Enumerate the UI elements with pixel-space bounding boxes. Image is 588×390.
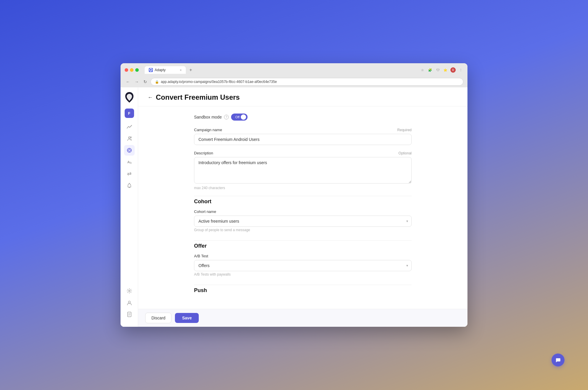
profile-icon[interactable]: R bbox=[450, 67, 456, 73]
maximize-window-button[interactable] bbox=[135, 68, 139, 72]
browser-icons: ☆ 🧩 🛡 ⭐ R ⋮ bbox=[420, 67, 463, 73]
forward-nav-button[interactable]: → bbox=[133, 79, 140, 85]
cohort-name-label: Cohort name bbox=[194, 209, 216, 214]
campaign-name-label: Campaign name bbox=[194, 128, 222, 132]
push-section: Push bbox=[194, 285, 412, 294]
address-bar-row: ← → ↻ 🔒 app.adapty.io/promo-campaigns/0e… bbox=[125, 76, 463, 87]
campaign-name-field: Campaign name Required bbox=[194, 128, 412, 145]
puzzle-icon[interactable]: ⭐ bbox=[443, 67, 448, 73]
cohort-name-field: Cohort name Active freemium users All us… bbox=[194, 209, 412, 232]
sidebar-item-analytics[interactable] bbox=[124, 121, 135, 132]
page-footer: Discard Save bbox=[138, 309, 467, 327]
sidebar-item-integrations[interactable] bbox=[124, 169, 135, 179]
app-body: F bbox=[121, 87, 467, 327]
description-max-hint: max 240 characters bbox=[194, 186, 412, 190]
browser-titlebar: Adapty × + ☆ 🧩 🛡 ⭐ R ⋮ ← → ↻ 🔒 app.adapt… bbox=[121, 63, 467, 87]
close-window-button[interactable] bbox=[125, 68, 128, 72]
sidebar-logo bbox=[124, 92, 135, 103]
address-bar[interactable]: 🔒 app.adapty.io/promo-campaigns/0ea1057b… bbox=[151, 78, 463, 86]
ab-test-label: A/B Test bbox=[194, 254, 208, 258]
refresh-nav-button[interactable]: ↻ bbox=[142, 79, 148, 85]
cohort-hint: Group of people to send a message bbox=[194, 228, 412, 232]
cohort-section-title: Cohort bbox=[194, 196, 412, 205]
toggle-knob bbox=[241, 114, 246, 120]
tab-close-button[interactable]: × bbox=[180, 68, 182, 72]
campaign-name-required: Required bbox=[397, 128, 412, 132]
main-content: ← Convert Freemium Users Sandbox mode ? … bbox=[138, 87, 467, 327]
tab-bar: Adapty × + bbox=[145, 66, 415, 74]
svg-text:B: B bbox=[130, 161, 132, 164]
address-url: app.adapty.io/promo-campaigns/0ea1057b-f… bbox=[161, 80, 277, 84]
svg-point-3 bbox=[128, 149, 130, 151]
sidebar-item-push[interactable] bbox=[124, 180, 135, 191]
page-title: Convert Freemium Users bbox=[156, 93, 240, 101]
sandbox-label: Sandbox mode bbox=[194, 115, 222, 119]
description-field: Description Optional max 240 characters bbox=[194, 151, 412, 190]
offer-section: Offer A/B Test Offers Paywalls None ▾ bbox=[194, 240, 412, 276]
ab-test-hint: A/B Tests with paywalls bbox=[194, 272, 412, 276]
campaign-name-input[interactable] bbox=[194, 134, 412, 145]
sidebar-item-audience[interactable] bbox=[124, 133, 135, 144]
new-tab-button[interactable]: + bbox=[188, 66, 194, 74]
svg-point-12 bbox=[128, 290, 130, 292]
sandbox-toggle-label: Off bbox=[235, 115, 239, 119]
description-label: Description bbox=[194, 151, 213, 155]
push-section-title: Push bbox=[194, 285, 412, 294]
menu-icon[interactable]: ⋮ bbox=[458, 67, 463, 73]
sidebar-item-settings[interactable] bbox=[124, 286, 135, 296]
discard-button[interactable]: Discard bbox=[145, 313, 171, 323]
extension-icon[interactable]: 🧩 bbox=[427, 67, 433, 73]
lock-icon: 🔒 bbox=[155, 80, 159, 84]
description-optional: Optional bbox=[398, 151, 412, 155]
sidebar-item-docs[interactable] bbox=[124, 309, 135, 320]
tab-favicon bbox=[149, 68, 153, 72]
page-header: ← Convert Freemium Users bbox=[138, 87, 467, 106]
description-header: Description Optional bbox=[194, 151, 412, 155]
browser-controls: Adapty × + ☆ 🧩 🛡 ⭐ R ⋮ bbox=[125, 66, 463, 74]
minimize-window-button[interactable] bbox=[130, 68, 133, 72]
active-tab[interactable]: Adapty × bbox=[145, 66, 186, 74]
bookmark-icon[interactable]: ☆ bbox=[420, 67, 425, 73]
cohort-select-wrapper: Active freemium users All users Paid use… bbox=[194, 216, 412, 227]
save-button[interactable]: Save bbox=[175, 313, 199, 323]
ab-test-header: A/B Test bbox=[194, 254, 412, 258]
sidebar-nav: A / B bbox=[124, 121, 135, 284]
sidebar-app-initial[interactable]: F bbox=[125, 109, 134, 118]
svg-point-2 bbox=[127, 148, 131, 152]
cohort-section: Cohort Cohort name Active freemium users… bbox=[194, 196, 412, 232]
form-area: Sandbox mode ? Off Campaign name Require… bbox=[171, 106, 435, 309]
tab-title: Adapty bbox=[155, 68, 166, 72]
svg-point-1 bbox=[130, 137, 131, 138]
sidebar: F bbox=[121, 87, 138, 327]
sidebar-bottom bbox=[124, 286, 135, 322]
ab-test-select[interactable]: Offers Paywalls None bbox=[194, 260, 412, 271]
svg-point-0 bbox=[128, 137, 130, 139]
sandbox-help-icon[interactable]: ? bbox=[224, 115, 229, 119]
cohort-name-select[interactable]: Active freemium users All users Paid use… bbox=[194, 216, 412, 227]
back-button[interactable]: ← bbox=[148, 94, 153, 101]
shield-icon[interactable]: 🛡 bbox=[435, 67, 440, 73]
offer-section-title: Offer bbox=[194, 240, 412, 249]
svg-point-13 bbox=[128, 301, 130, 303]
ab-test-field: A/B Test Offers Paywalls None ▾ A/B Test… bbox=[194, 254, 412, 276]
chat-bubble-button[interactable] bbox=[552, 354, 564, 366]
browser-window: Adapty × + ☆ 🧩 🛡 ⭐ R ⋮ ← → ↻ 🔒 app.adapt… bbox=[121, 63, 467, 327]
back-nav-button[interactable]: ← bbox=[125, 79, 131, 85]
sandbox-mode-row: Sandbox mode ? Off bbox=[194, 114, 412, 121]
description-textarea[interactable] bbox=[194, 157, 412, 184]
cohort-name-header: Cohort name bbox=[194, 209, 412, 214]
sidebar-item-profile[interactable] bbox=[124, 297, 135, 308]
traffic-lights bbox=[125, 68, 139, 72]
campaign-name-header: Campaign name Required bbox=[194, 128, 412, 132]
sidebar-item-campaigns[interactable] bbox=[124, 145, 135, 156]
sidebar-item-ab-test[interactable]: A / B bbox=[124, 157, 135, 167]
sandbox-toggle[interactable]: Off bbox=[231, 114, 248, 121]
ab-test-select-wrapper: Offers Paywalls None ▾ bbox=[194, 260, 412, 271]
